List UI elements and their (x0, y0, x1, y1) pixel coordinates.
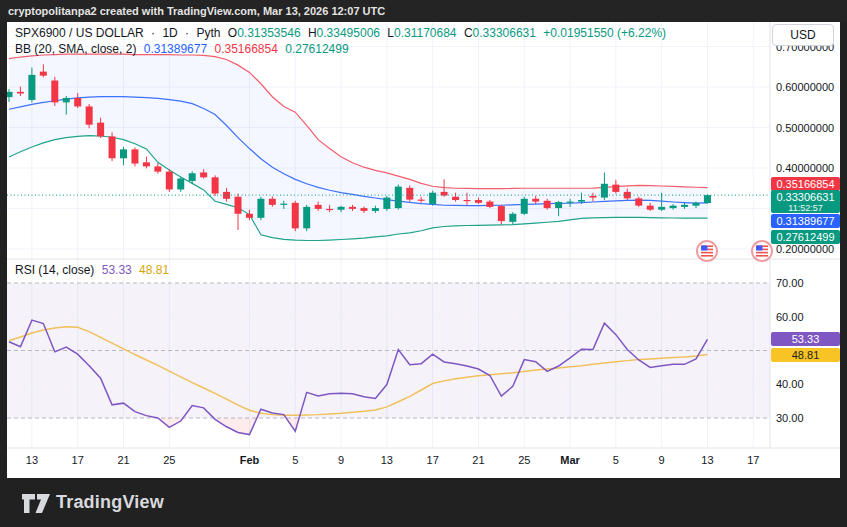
open-value: 0.31353546 (237, 26, 300, 40)
time-axis-label: 13 (10, 454, 54, 466)
close-label: C (464, 26, 473, 40)
high-value: 0.33495006 (317, 26, 380, 40)
time-axis-label: 13 (685, 454, 729, 466)
time-axis-label: 9 (319, 454, 363, 466)
rsi-indicator-label[interactable]: RSI (14, close) (15, 263, 94, 277)
time-axis-label: 17 (56, 454, 100, 466)
main-legend-row: SPX6900 / US DOLLAR · 1D · Pyth O0.31353… (15, 26, 670, 40)
bb-legend-row: BB (20, SMA, close, 2) 0.31389677 0.3516… (15, 42, 353, 56)
tradingview-logo-icon (22, 494, 50, 513)
footer-bar: TradingView (0, 478, 847, 527)
bb-upper-value: 0.35166854 (214, 42, 277, 56)
legend-separator: · (185, 26, 189, 40)
time-axis-label: 5 (594, 454, 638, 466)
time-axis[interactable]: 13172125Feb5913172125Mar591317 (0, 454, 847, 474)
open-label: O (228, 26, 237, 40)
rsi-ma-value: 48.81 (139, 263, 169, 277)
time-axis-label: 13 (365, 454, 409, 466)
time-axis-month-label: Feb (227, 454, 271, 466)
bb-indicator-label[interactable]: BB (20, SMA, close, 2) (15, 42, 136, 56)
low-label: L (387, 26, 394, 40)
time-axis-label: 25 (502, 454, 546, 466)
close-value: 0.33306631 (473, 26, 536, 40)
high-label: H (308, 26, 317, 40)
time-axis-label: 17 (411, 454, 455, 466)
bb-lower-value: 0.27612499 (285, 42, 348, 56)
time-axis-label: 21 (456, 454, 500, 466)
time-axis-label: 5 (273, 454, 317, 466)
time-axis-label: 25 (147, 454, 191, 466)
interval-label[interactable]: 1D (162, 26, 177, 40)
time-axis-label: 9 (640, 454, 684, 466)
change-value: +0.01951550 (+6.22%) (543, 26, 666, 40)
rsi-legend-row: RSI (14, close) 53.33 48.81 (15, 263, 173, 277)
time-axis-label: 17 (731, 454, 775, 466)
bb-basis-value: 0.31389677 (144, 42, 207, 56)
currency-toggle-button[interactable]: USD (772, 24, 834, 46)
tradingview-chart-window: cryptopolitanpa2 created with TradingVie… (0, 0, 847, 527)
rsi-value: 53.33 (102, 263, 132, 277)
time-axis-month-label: Mar (548, 454, 592, 466)
us-flag-icon (697, 241, 717, 261)
us-flag-icon (752, 241, 772, 261)
legend-separator: · (151, 26, 155, 40)
low-value: 0.31170684 (394, 26, 457, 40)
time-axis-label: 21 (102, 454, 146, 466)
data-source-label: Pyth (196, 26, 220, 40)
tradingview-brand-text: TradingView (56, 492, 164, 513)
symbol-title[interactable]: SPX6900 / US DOLLAR (15, 26, 144, 40)
